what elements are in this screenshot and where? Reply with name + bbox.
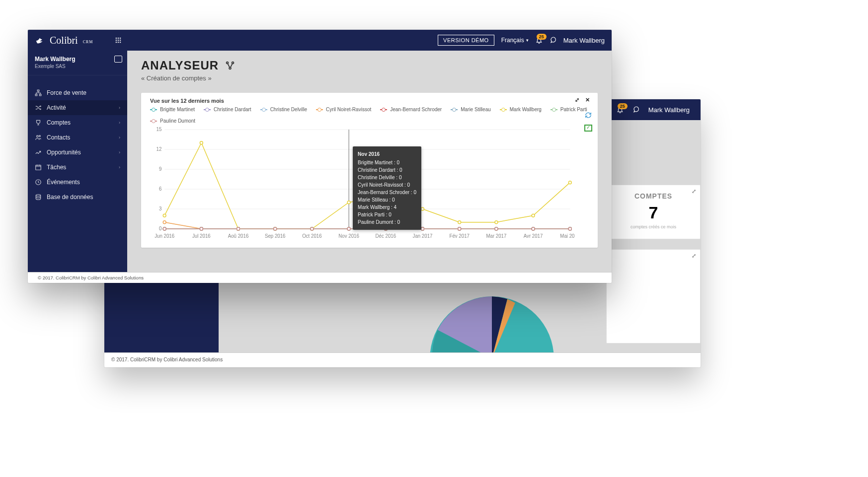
- foreground-window: Colibri CRM VERSION DÉMO Français ▾ 25 M…: [28, 30, 612, 283]
- legend-label: Pauline Dumont: [160, 118, 195, 124]
- chevron-right-icon: ›: [119, 165, 120, 170]
- card-secondary: ⤢: [606, 249, 701, 343]
- chat-icon[interactable]: [550, 37, 556, 44]
- page-title-row: ANALYSEUR: [141, 59, 598, 72]
- svg-rect-4: [116, 40, 117, 41]
- refresh-icon[interactable]: [584, 111, 593, 120]
- users-icon: [35, 134, 42, 141]
- legend-label: Marie Stilleau: [461, 107, 491, 112]
- sidebar-nav: Force de venteActivité›Comptes›Contacts›…: [28, 85, 127, 204]
- sidebar-item-label: Événements: [47, 179, 120, 186]
- svg-point-123: [347, 201, 350, 204]
- sidebar-user-block[interactable]: Mark Wallberg Exemple SAS: [28, 51, 127, 75]
- svg-point-148: [384, 227, 387, 230]
- trend-icon: [35, 149, 42, 156]
- svg-text:Mai 2017: Mai 2017: [560, 233, 575, 239]
- svg-text:Fév 2017: Fév 2017: [449, 233, 469, 239]
- shuffle-icon: [35, 104, 42, 111]
- chart-area[interactable]: 03691215Jun 2016Jul 2016Aoû 2016Sep 2016…: [150, 127, 575, 241]
- notification-bell-icon[interactable]: 25: [617, 106, 624, 113]
- chat-icon[interactable]: [632, 106, 639, 113]
- svg-point-19: [232, 62, 234, 64]
- svg-text:12: 12: [157, 146, 162, 152]
- sidebar-item-label: Base de données: [47, 194, 120, 201]
- legend-item[interactable]: Patrick Parti: [551, 107, 587, 112]
- id-card-icon[interactable]: [114, 56, 122, 63]
- card-comptes-title: COMPTES: [616, 192, 691, 200]
- legend-item[interactable]: Pauline Dumont: [150, 118, 195, 124]
- sidebar-item-comptes[interactable]: Comptes›: [28, 115, 127, 130]
- expand-icon[interactable]: ⤢: [692, 188, 696, 195]
- legend-item[interactable]: Cyril Noiret-Ravissot: [316, 107, 371, 112]
- sidebar-item-contacts[interactable]: Contacts›: [28, 130, 127, 145]
- apps-grid-icon[interactable]: [115, 37, 122, 44]
- svg-point-151: [495, 227, 498, 230]
- svg-point-14: [39, 136, 40, 137]
- svg-text:Oct 2016: Oct 2016: [302, 233, 322, 239]
- legend-label: Patrick Parti: [560, 107, 587, 112]
- svg-point-18: [227, 62, 229, 64]
- brand-sub: CRM: [83, 40, 93, 46]
- sidebar-item-evenements[interactable]: Événements: [28, 175, 127, 190]
- footer: © 2017. ColibriCRM by Colibri Advanced S…: [28, 272, 612, 283]
- svg-point-153: [568, 227, 571, 230]
- legend-label: Christine Dardart: [214, 107, 251, 112]
- svg-text:Jan 2017: Jan 2017: [413, 233, 433, 239]
- chart-legend: Brigitte MartinetChristine DardartChrist…: [150, 107, 589, 124]
- svg-point-13: [37, 136, 39, 137]
- chevron-right-icon: ›: [119, 150, 120, 155]
- svg-point-118: [163, 214, 166, 217]
- back-username[interactable]: Mark Wallberg: [648, 106, 690, 114]
- language-label: Français: [501, 37, 524, 44]
- sidebar-item-taches[interactable]: Tâches›: [28, 160, 127, 175]
- chart-panel-title: Vue sur les 12 derniers mois: [150, 98, 224, 104]
- panel-close-icon[interactable]: ✕: [585, 97, 590, 103]
- toggle-icon[interactable]: [584, 124, 593, 133]
- topbar-username[interactable]: Mark Wallberg: [563, 37, 605, 44]
- svg-point-20: [229, 68, 231, 69]
- svg-rect-1: [116, 38, 117, 39]
- legend-item[interactable]: Brigitte Martinet: [150, 107, 195, 112]
- legend-item[interactable]: Christine Dardart: [204, 107, 251, 112]
- page-title: ANALYSEUR: [141, 59, 219, 72]
- svg-point-152: [532, 227, 535, 230]
- chart-side-actions: [584, 111, 593, 133]
- brand[interactable]: Colibri CRM: [35, 35, 93, 46]
- legend-item[interactable]: Jean-Bernard Schroder: [380, 107, 442, 112]
- sidebar-item-force-de-vente[interactable]: Force de vente: [28, 85, 127, 100]
- db-icon: [35, 194, 42, 201]
- sidebar: Mark Wallberg Exemple SAS Force de vente…: [28, 51, 127, 272]
- svg-point-142: [163, 227, 166, 230]
- svg-text:Jul 2016: Jul 2016: [192, 233, 211, 239]
- language-selector[interactable]: Français ▾: [501, 37, 529, 44]
- sidebar-item-label: Opportunités: [47, 149, 114, 156]
- sidebar-item-label: Contacts: [47, 134, 114, 141]
- version-demo-button[interactable]: VERSION DÉMO: [438, 35, 494, 46]
- clock-icon: [35, 179, 42, 186]
- back-footer: © 2017. ColibriCRM by Colibri Advanced S…: [104, 352, 701, 367]
- legend-item[interactable]: Marie Stilleau: [451, 107, 491, 112]
- brand-bird-icon: [35, 35, 46, 46]
- sitemap-icon: [35, 89, 42, 96]
- sidebar-item-base-de-donnees[interactable]: Base de données: [28, 190, 127, 204]
- legend-item[interactable]: Christine Delville: [260, 107, 307, 112]
- svg-rect-3: [120, 38, 121, 39]
- svg-point-145: [274, 227, 277, 230]
- sidebar-item-activite[interactable]: Activité›: [28, 100, 127, 115]
- legend-item[interactable]: Mark Wallberg: [500, 107, 542, 112]
- svg-point-149: [421, 227, 424, 230]
- svg-text:6: 6: [159, 186, 162, 192]
- chart-panel: Vue sur les 12 derniers mois ⤢ ✕ Brigitt…: [141, 93, 598, 248]
- sidebar-item-label: Force de vente: [47, 89, 120, 96]
- notification-badge: 25: [618, 103, 628, 109]
- panel-expand-icon[interactable]: ⤢: [575, 97, 579, 103]
- expand-icon[interactable]: ⤢: [692, 253, 696, 259]
- sidebar-item-opportunites[interactable]: Opportunités›: [28, 145, 127, 160]
- svg-point-146: [311, 227, 314, 230]
- svg-rect-15: [36, 165, 41, 170]
- svg-point-119: [200, 141, 203, 144]
- svg-point-143: [200, 227, 203, 230]
- notification-bell-icon[interactable]: 25: [536, 37, 543, 44]
- svg-text:Nov 2016: Nov 2016: [338, 233, 359, 239]
- card-comptes-sub: comptes créés ce mois: [616, 224, 691, 229]
